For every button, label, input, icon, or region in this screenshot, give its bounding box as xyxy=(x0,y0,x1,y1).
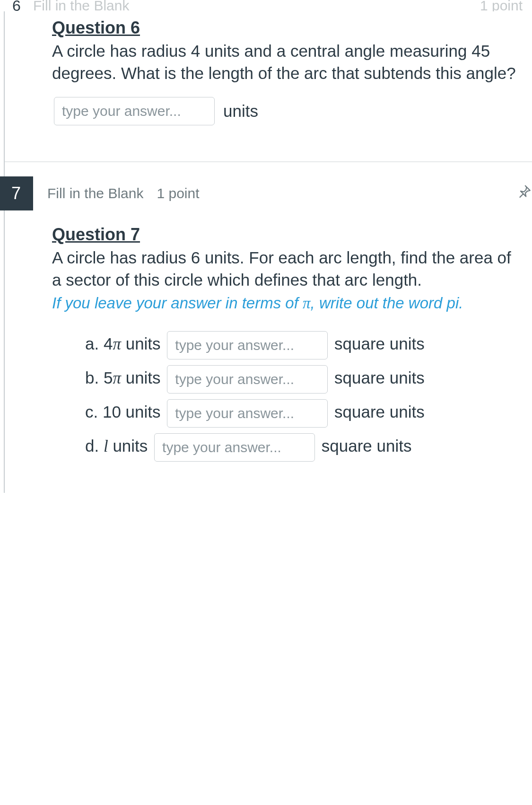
question-number-badge: 7 xyxy=(0,176,33,210)
answer-input-q7b[interactable] xyxy=(167,365,328,394)
unit-label: square units xyxy=(334,368,425,387)
unit-label: units xyxy=(223,102,258,121)
part-a: a. 4π units square units xyxy=(85,328,523,362)
part-c: c. 10 units square units xyxy=(85,396,523,430)
part-b: b. 5π units square units xyxy=(85,362,523,396)
question-7: Question 7 A circle has radius 6 units. … xyxy=(5,225,532,493)
question-text: A circle has radius 6 units. For each ar… xyxy=(52,246,523,291)
question-type: Fill in the Blank xyxy=(47,185,143,201)
answer-input-q7a[interactable] xyxy=(167,331,328,359)
unit-label: square units xyxy=(322,437,412,455)
pin-icon[interactable] xyxy=(516,184,532,203)
question-6: Question 6 A circle has radius 4 units a… xyxy=(5,11,532,157)
question-points: 1 point xyxy=(157,185,199,201)
hint-text: , write out the word pi. xyxy=(311,294,463,312)
unit-label: square units xyxy=(334,402,425,421)
pi-symbol: π xyxy=(113,369,121,387)
question-points: 1 point xyxy=(480,0,523,11)
variable-l: l xyxy=(104,437,108,455)
part-label: units xyxy=(108,437,148,455)
pi-symbol: π xyxy=(303,295,311,312)
question-title: Question 7 xyxy=(52,225,523,245)
pi-symbol: π xyxy=(113,335,121,353)
answer-input-q6[interactable] xyxy=(54,97,215,125)
unit-label: square units xyxy=(334,334,425,353)
question-title: Question 6 xyxy=(52,18,523,38)
part-label: units xyxy=(121,334,161,353)
part-label: a. 4 xyxy=(85,334,113,353)
part-label: d. xyxy=(85,437,104,455)
question-text: A circle has radius 4 units and a centra… xyxy=(52,40,523,85)
part-label: b. 5 xyxy=(85,368,113,387)
part-d: d. l units square units xyxy=(85,430,523,464)
answer-input-q7c[interactable] xyxy=(167,399,328,428)
question-type: Fill in the Blank xyxy=(33,0,466,11)
answer-input-q7d[interactable] xyxy=(154,433,315,462)
question-number: 6 xyxy=(0,0,33,11)
part-label: c. 10 units xyxy=(85,402,161,421)
question-header: 7 Fill in the Blank 1 point xyxy=(5,162,532,225)
question-header-partial: 6 Fill in the Blank 1 point xyxy=(0,0,532,11)
question-hint: If you leave your answer in terms of π, … xyxy=(52,293,523,314)
hint-text: If you leave your answer in terms of xyxy=(52,294,303,312)
part-label: units xyxy=(121,368,161,387)
